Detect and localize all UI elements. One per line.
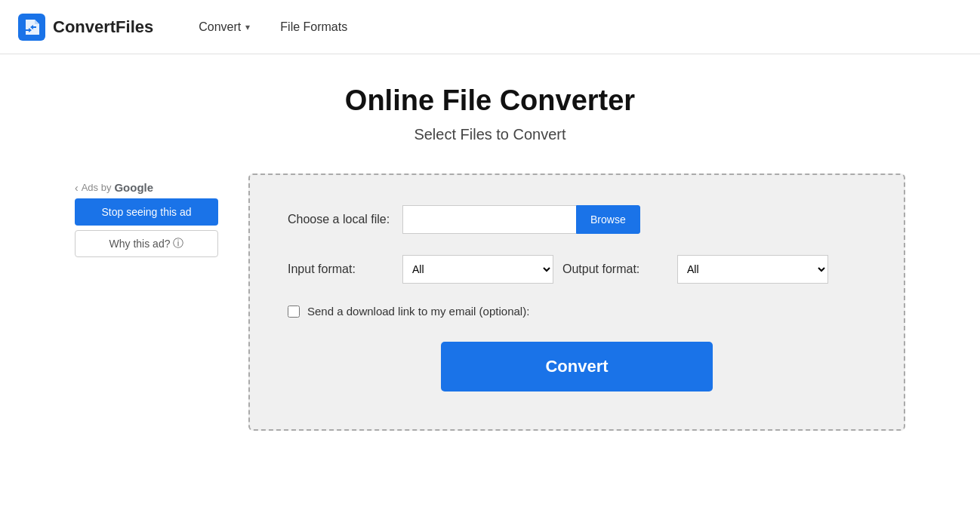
choose-file-row: Choose a local file: Browse xyxy=(288,205,866,234)
stop-seeing-ad-button[interactable]: Stop seeing this ad xyxy=(75,198,218,226)
main-content: Online File Converter Select Files to Co… xyxy=(0,54,980,461)
email-checkbox[interactable] xyxy=(288,306,300,318)
convert-button[interactable]: Convert xyxy=(441,342,713,392)
why-this-ad-button[interactable]: Why this ad? ⓘ xyxy=(75,230,218,257)
logo-text: ConvertFiles xyxy=(53,17,153,37)
page-title: Online File Converter xyxy=(345,84,635,117)
file-input-wrapper: Browse xyxy=(402,205,640,234)
logo-icon xyxy=(18,14,45,41)
google-text: Google xyxy=(114,181,153,194)
input-format-label: Input format: xyxy=(288,263,393,276)
email-row: Send a download link to my email (option… xyxy=(288,305,866,318)
ad-panel: ‹ Ads by Google Stop seeing this ad Why … xyxy=(75,181,226,257)
info-icon: ⓘ xyxy=(173,237,183,250)
file-text-input[interactable] xyxy=(402,205,576,234)
page-subtitle: Select Files to Convert xyxy=(414,126,566,143)
browse-button[interactable]: Browse xyxy=(576,205,640,234)
nav-file-formats[interactable]: File Formats xyxy=(280,20,347,34)
back-arrow-icon[interactable]: ‹ xyxy=(75,182,79,194)
logo-link[interactable]: ConvertFiles xyxy=(18,14,153,41)
content-row: ‹ Ads by Google Stop seeing this ad Why … xyxy=(75,173,905,431)
choose-file-label: Choose a local file: xyxy=(288,213,393,226)
chevron-down-icon: ▾ xyxy=(245,22,250,32)
nav-links: Convert ▾ File Formats xyxy=(199,20,347,34)
ads-by-google: ‹ Ads by Google xyxy=(75,181,226,194)
input-format-select[interactable]: All xyxy=(402,255,553,284)
nav-convert[interactable]: Convert ▾ xyxy=(199,20,250,34)
converter-box: Choose a local file: Browse Input format… xyxy=(248,173,905,431)
email-label: Send a download link to my email (option… xyxy=(307,305,529,318)
output-format-select[interactable]: All xyxy=(677,255,828,284)
navbar: ConvertFiles Convert ▾ File Formats xyxy=(0,0,980,54)
format-row: Input format: All Output format: All xyxy=(288,255,866,284)
output-format-label: Output format: xyxy=(562,263,668,276)
